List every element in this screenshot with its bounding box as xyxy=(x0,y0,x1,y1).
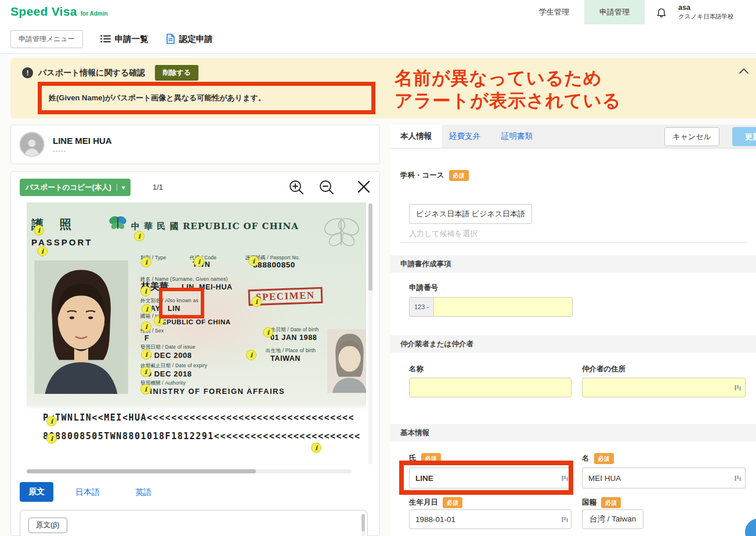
passport-sex-value: F xyxy=(144,334,149,342)
required-badge: 必須 xyxy=(601,497,621,508)
alert-message: 姓(Given Name)がパスポート画像と異なる可能性があります。 xyxy=(42,93,266,103)
bell-icon xyxy=(656,6,667,19)
image-vertical-scrollbar-thumb[interactable] xyxy=(368,204,372,291)
zoom-in-icon xyxy=(288,179,305,195)
passport-mrz-line1: P<TWNLIN<<MEI<HUA<<<<<<<<<<<<<<<<<<<<<<<… xyxy=(43,412,355,423)
passport-birth-label: 出生日期 / Date of birth xyxy=(266,327,319,334)
nav-application-management[interactable]: 申請管理 xyxy=(584,0,645,24)
info-marker-icon[interactable]: i xyxy=(140,367,151,377)
info-marker-icon[interactable]: i xyxy=(142,304,152,314)
nationality-label: 国籍 xyxy=(582,498,596,508)
info-marker-icon[interactable]: i xyxy=(46,416,57,426)
info-marker-icon[interactable]: i xyxy=(311,443,321,453)
application-menu-button[interactable]: 申請管理メニュー xyxy=(10,30,83,48)
tab-japanese[interactable]: 日本語 xyxy=(72,487,103,498)
application-number-input[interactable] xyxy=(433,297,573,317)
passport-expiry-label: 效期截止日期 / Date of expiry xyxy=(140,363,207,370)
alert-header: ! パスポート情報に関する確認 削除する xyxy=(22,65,198,81)
passport-nationality-value: REPUBLIC OF CHINA xyxy=(157,318,231,325)
first-name-label-row: 名 必須 xyxy=(582,453,614,464)
section-basic-header: 基本情報 xyxy=(390,424,756,441)
info-marker-icon[interactable]: i xyxy=(34,225,44,236)
subnav-certification-application[interactable]: 認定申請 xyxy=(166,34,213,45)
passport-photo xyxy=(34,260,128,394)
passport-mrz-line2: 8888008505TWN8801018F1812291<<<<<<<<<<<<… xyxy=(43,431,361,441)
annotation-box-passport-lin xyxy=(159,288,204,318)
cancel-button[interactable]: キャンセル xyxy=(664,127,719,146)
course-label-row: 学科・コース 必須 xyxy=(400,170,469,181)
info-marker-icon[interactable]: i xyxy=(141,349,151,360)
tab-expense-support[interactable]: 経費支弁 xyxy=(441,125,489,148)
section-application-title: 申請書作成事項 xyxy=(400,259,451,269)
agent-name-input[interactable] xyxy=(409,378,571,397)
nav-application-label: 申請管理 xyxy=(599,7,630,17)
close-viewer-button[interactable] xyxy=(356,180,371,195)
annotation-box-lastname-input xyxy=(399,461,573,495)
info-marker-icon[interactable]: i xyxy=(37,246,48,256)
course-selected-tag[interactable]: ビジネス日本語 ビジネス日本語 xyxy=(409,204,532,224)
info-marker-icon[interactable]: i xyxy=(141,321,151,332)
applicant-info: LINE MEI HUA ----- xyxy=(53,136,112,154)
info-marker-icon[interactable]: i xyxy=(134,231,144,241)
warning-icon: ! xyxy=(22,67,33,78)
info-marker-icon[interactable]: i xyxy=(140,286,151,296)
zoom-out-button[interactable] xyxy=(318,179,335,197)
update-button[interactable]: 更新 xyxy=(732,127,756,146)
collapse-alert-button[interactable] xyxy=(739,66,749,77)
info-marker-icon[interactable]: i xyxy=(248,256,259,266)
close-icon xyxy=(357,180,371,194)
form-tabbar: 本人情報 経費支弁 証明書類 キャンセル 更新 xyxy=(390,125,756,149)
info-marker-icon[interactable]: i xyxy=(251,296,262,307)
first-name-label: 名 xyxy=(582,454,589,463)
agent-address-label: 仲介者の住所 xyxy=(582,364,625,374)
person-icon xyxy=(22,136,42,156)
info-marker-icon[interactable]: i xyxy=(46,433,57,444)
subnav-application-list[interactable]: 申請一覧 xyxy=(100,34,149,45)
passport-alert-banner: ! パスポート情報に関する確認 削除する 姓(Given Name)がパスポート… xyxy=(10,58,756,118)
application-list-label: 申請一覧 xyxy=(115,34,149,45)
app-logo[interactable]: Speed Visa for Admin xyxy=(10,5,108,19)
agent-address-label-row: 仲介者の住所 xyxy=(582,364,625,374)
course-label: 学科・コース xyxy=(400,171,444,180)
annotation-text: 名前が異なっているため アラートが表示されている xyxy=(395,67,621,113)
info-marker-icon[interactable]: i xyxy=(141,257,151,267)
passport-image: 護 照 PASSPORT 中 華 民 國 REPUBLIC OF CHINA 類… xyxy=(27,202,366,465)
document-type-select[interactable]: パスポートのコピー(本人) ▾ xyxy=(20,179,131,196)
alert-title: パスポート情報に関する確認 xyxy=(38,68,145,78)
application-number-prefix: 123 - xyxy=(409,297,433,317)
birth-date-label: 生年月日 xyxy=(409,498,438,508)
page: Speed Visa for Admin 学生管理 申請管理 asa クスノキ日… xyxy=(0,0,756,536)
page-indicator: 1/1 xyxy=(153,183,163,191)
nationality-select[interactable]: 台湾 / Taiwan xyxy=(582,509,643,529)
info-marker-icon[interactable]: i xyxy=(263,327,273,338)
user-menu[interactable]: asa クスノキ日本語学校 xyxy=(678,0,756,24)
ocr-scrollbar xyxy=(361,514,365,536)
info-marker-icon[interactable]: i xyxy=(246,350,256,360)
applicant-subtitle: ----- xyxy=(53,147,112,154)
tab-english[interactable]: 英語 xyxy=(132,487,155,498)
user-name: asa xyxy=(678,3,755,13)
birth-date-input[interactable] xyxy=(409,509,571,529)
logo-suffix: for Admin xyxy=(81,10,108,17)
required-badge: 必須 xyxy=(443,497,462,508)
agent-name-label-row: 名称 xyxy=(409,364,424,374)
applicant-name: LINE MEI HUA xyxy=(53,136,112,146)
tab-original-text[interactable]: 原文 xyxy=(20,482,53,502)
ocr-scrollbar-thumb[interactable] xyxy=(361,514,365,531)
sub-navigation: 申請管理メニュー 申請一覧 認定申請 xyxy=(0,24,756,54)
delete-alert-button[interactable]: 削除する xyxy=(155,65,198,81)
passport-number-value: 888800850 xyxy=(253,260,295,269)
zoom-in-button[interactable] xyxy=(288,179,305,197)
course-search-input[interactable] xyxy=(400,224,747,243)
nav-student-management[interactable]: 学生管理 xyxy=(524,0,584,24)
annotation-line2: アラートが表示されている xyxy=(395,90,621,113)
info-marker-icon[interactable]: i xyxy=(194,256,204,267)
tab-certificates[interactable]: 証明書類 xyxy=(493,125,541,148)
agent-address-input[interactable] xyxy=(582,378,746,397)
required-badge: 必須 xyxy=(594,453,614,464)
tab-personal-info[interactable]: 本人情報 xyxy=(390,125,442,148)
info-marker-icon[interactable]: i xyxy=(140,384,151,394)
notification-button[interactable] xyxy=(645,0,678,24)
image-horizontal-scrollbar-thumb[interactable] xyxy=(27,469,256,473)
first-name-input[interactable] xyxy=(582,468,746,488)
